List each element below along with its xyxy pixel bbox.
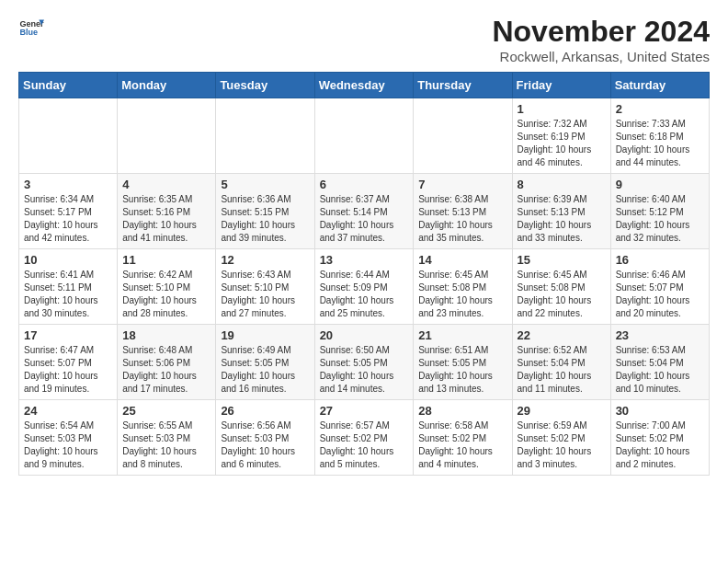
day-info: Sunrise: 6:43 AM Sunset: 5:10 PM Dayligh… bbox=[221, 269, 309, 320]
day-number: 3 bbox=[24, 178, 112, 191]
calendar-cell: 14Sunrise: 6:45 AM Sunset: 5:08 PM Dayli… bbox=[414, 249, 512, 325]
calendar-cell: 23Sunrise: 6:53 AM Sunset: 5:04 PM Dayli… bbox=[610, 325, 709, 400]
day-info: Sunrise: 6:57 AM Sunset: 5:02 PM Dayligh… bbox=[320, 419, 409, 471]
day-info: Sunrise: 6:47 AM Sunset: 5:07 PM Dayligh… bbox=[24, 344, 112, 396]
day-info: Sunrise: 6:35 AM Sunset: 5:16 PM Dayligh… bbox=[122, 193, 210, 245]
day-number: 21 bbox=[418, 328, 506, 342]
day-info: Sunrise: 6:36 AM Sunset: 5:15 PM Dayligh… bbox=[221, 193, 309, 245]
calendar-cell: 5Sunrise: 6:36 AM Sunset: 5:15 PM Daylig… bbox=[216, 174, 314, 249]
day-info: Sunrise: 6:45 AM Sunset: 5:08 PM Dayligh… bbox=[418, 269, 506, 320]
day-number: 18 bbox=[122, 328, 210, 342]
day-number: 30 bbox=[616, 404, 704, 418]
day-number: 1 bbox=[518, 102, 606, 116]
calendar-cell: 7Sunrise: 6:38 AM Sunset: 5:13 PM Daylig… bbox=[414, 174, 512, 249]
day-number: 15 bbox=[518, 253, 606, 267]
calendar-cell bbox=[19, 98, 118, 174]
weekday-header-monday: Monday bbox=[118, 73, 216, 98]
day-info: Sunrise: 6:39 AM Sunset: 5:13 PM Dayligh… bbox=[518, 193, 606, 245]
logo-icon: General Blue bbox=[18, 15, 44, 40]
calendar-cell bbox=[216, 98, 314, 174]
day-number: 24 bbox=[24, 404, 112, 418]
day-info: Sunrise: 6:53 AM Sunset: 5:04 PM Dayligh… bbox=[616, 344, 704, 396]
calendar-week-row: 10Sunrise: 6:41 AM Sunset: 5:11 PM Dayli… bbox=[19, 249, 710, 325]
weekday-header-row: SundayMondayTuesdayWednesdayThursdayFrid… bbox=[19, 73, 710, 98]
day-info: Sunrise: 6:44 AM Sunset: 5:09 PM Dayligh… bbox=[320, 269, 409, 320]
day-info: Sunrise: 6:59 AM Sunset: 5:02 PM Dayligh… bbox=[518, 419, 606, 471]
title-section: November 2024 Rockwell, Arkansas, United… bbox=[492, 15, 710, 64]
svg-text:Blue: Blue bbox=[19, 28, 38, 37]
calendar-cell: 2Sunrise: 7:33 AM Sunset: 6:18 PM Daylig… bbox=[610, 98, 709, 174]
day-number: 6 bbox=[320, 178, 409, 191]
day-info: Sunrise: 6:51 AM Sunset: 5:05 PM Dayligh… bbox=[418, 344, 506, 396]
calendar-cell: 13Sunrise: 6:44 AM Sunset: 5:09 PM Dayli… bbox=[314, 249, 414, 325]
weekday-header-tuesday: Tuesday bbox=[216, 73, 314, 98]
day-info: Sunrise: 6:38 AM Sunset: 5:13 PM Dayligh… bbox=[418, 193, 506, 245]
day-info: Sunrise: 6:46 AM Sunset: 5:07 PM Dayligh… bbox=[616, 269, 704, 320]
day-number: 8 bbox=[518, 178, 606, 191]
calendar-cell: 1Sunrise: 7:32 AM Sunset: 6:19 PM Daylig… bbox=[512, 98, 610, 174]
calendar-cell: 12Sunrise: 6:43 AM Sunset: 5:10 PM Dayli… bbox=[216, 249, 314, 325]
day-info: Sunrise: 7:32 AM Sunset: 6:19 PM Dayligh… bbox=[518, 118, 606, 169]
day-number: 26 bbox=[221, 404, 309, 418]
day-info: Sunrise: 6:48 AM Sunset: 5:06 PM Dayligh… bbox=[122, 344, 210, 396]
month-title: November 2024 bbox=[492, 15, 710, 49]
calendar-table: SundayMondayTuesdayWednesdayThursdayFrid… bbox=[18, 72, 710, 476]
calendar-cell: 9Sunrise: 6:40 AM Sunset: 5:12 PM Daylig… bbox=[610, 174, 709, 249]
day-number: 7 bbox=[418, 178, 506, 191]
day-number: 19 bbox=[221, 328, 309, 342]
calendar-cell: 29Sunrise: 6:59 AM Sunset: 5:02 PM Dayli… bbox=[512, 400, 610, 476]
day-info: Sunrise: 6:54 AM Sunset: 5:03 PM Dayligh… bbox=[24, 419, 112, 471]
weekday-header-thursday: Thursday bbox=[414, 73, 512, 98]
day-number: 12 bbox=[221, 253, 309, 267]
day-number: 23 bbox=[616, 328, 704, 342]
day-number: 10 bbox=[24, 253, 112, 267]
logo: General Blue bbox=[18, 15, 44, 40]
day-info: Sunrise: 6:52 AM Sunset: 5:04 PM Dayligh… bbox=[518, 344, 606, 396]
calendar-cell: 16Sunrise: 6:46 AM Sunset: 5:07 PM Dayli… bbox=[610, 249, 709, 325]
calendar-cell: 3Sunrise: 6:34 AM Sunset: 5:17 PM Daylig… bbox=[19, 174, 118, 249]
day-number: 28 bbox=[418, 404, 506, 418]
day-info: Sunrise: 7:33 AM Sunset: 6:18 PM Dayligh… bbox=[616, 118, 704, 169]
calendar-cell: 21Sunrise: 6:51 AM Sunset: 5:05 PM Dayli… bbox=[414, 325, 512, 400]
day-number: 9 bbox=[616, 178, 704, 191]
day-number: 27 bbox=[320, 404, 409, 418]
day-number: 5 bbox=[221, 178, 309, 191]
day-number: 13 bbox=[320, 253, 409, 267]
calendar-cell: 6Sunrise: 6:37 AM Sunset: 5:14 PM Daylig… bbox=[314, 174, 414, 249]
location-title: Rockwell, Arkansas, United States bbox=[492, 49, 710, 64]
calendar-cell: 27Sunrise: 6:57 AM Sunset: 5:02 PM Dayli… bbox=[314, 400, 414, 476]
calendar-week-row: 24Sunrise: 6:54 AM Sunset: 5:03 PM Dayli… bbox=[19, 400, 710, 476]
day-number: 20 bbox=[320, 328, 409, 342]
calendar-cell: 22Sunrise: 6:52 AM Sunset: 5:04 PM Dayli… bbox=[512, 325, 610, 400]
calendar-cell: 28Sunrise: 6:58 AM Sunset: 5:02 PM Dayli… bbox=[414, 400, 512, 476]
calendar-cell: 4Sunrise: 6:35 AM Sunset: 5:16 PM Daylig… bbox=[118, 174, 216, 249]
calendar-cell: 24Sunrise: 6:54 AM Sunset: 5:03 PM Dayli… bbox=[19, 400, 118, 476]
calendar-cell: 19Sunrise: 6:49 AM Sunset: 5:05 PM Dayli… bbox=[216, 325, 314, 400]
day-info: Sunrise: 6:41 AM Sunset: 5:11 PM Dayligh… bbox=[24, 269, 112, 320]
day-info: Sunrise: 6:45 AM Sunset: 5:08 PM Dayligh… bbox=[518, 269, 606, 320]
day-number: 29 bbox=[518, 404, 606, 418]
weekday-header-sunday: Sunday bbox=[19, 73, 118, 98]
day-info: Sunrise: 6:49 AM Sunset: 5:05 PM Dayligh… bbox=[221, 344, 309, 396]
day-info: Sunrise: 6:55 AM Sunset: 5:03 PM Dayligh… bbox=[122, 419, 210, 471]
calendar-cell: 10Sunrise: 6:41 AM Sunset: 5:11 PM Dayli… bbox=[19, 249, 118, 325]
weekday-header-wednesday: Wednesday bbox=[314, 73, 414, 98]
day-info: Sunrise: 6:56 AM Sunset: 5:03 PM Dayligh… bbox=[221, 419, 309, 471]
day-number: 25 bbox=[122, 404, 210, 418]
day-info: Sunrise: 6:37 AM Sunset: 5:14 PM Dayligh… bbox=[320, 193, 409, 245]
calendar-cell: 17Sunrise: 6:47 AM Sunset: 5:07 PM Dayli… bbox=[19, 325, 118, 400]
calendar-cell: 26Sunrise: 6:56 AM Sunset: 5:03 PM Dayli… bbox=[216, 400, 314, 476]
calendar-cell: 20Sunrise: 6:50 AM Sunset: 5:05 PM Dayli… bbox=[314, 325, 414, 400]
day-number: 4 bbox=[122, 178, 210, 191]
day-info: Sunrise: 7:00 AM Sunset: 5:02 PM Dayligh… bbox=[616, 419, 704, 471]
calendar-week-row: 17Sunrise: 6:47 AM Sunset: 5:07 PM Dayli… bbox=[19, 325, 710, 400]
day-info: Sunrise: 6:40 AM Sunset: 5:12 PM Dayligh… bbox=[616, 193, 704, 245]
calendar-cell: 15Sunrise: 6:45 AM Sunset: 5:08 PM Dayli… bbox=[512, 249, 610, 325]
day-number: 16 bbox=[616, 253, 704, 267]
calendar-cell bbox=[314, 98, 414, 174]
calendar-cell: 18Sunrise: 6:48 AM Sunset: 5:06 PM Dayli… bbox=[118, 325, 216, 400]
day-number: 2 bbox=[616, 102, 704, 116]
day-info: Sunrise: 6:34 AM Sunset: 5:17 PM Dayligh… bbox=[24, 193, 112, 245]
day-info: Sunrise: 6:50 AM Sunset: 5:05 PM Dayligh… bbox=[320, 344, 409, 396]
day-info: Sunrise: 6:42 AM Sunset: 5:10 PM Dayligh… bbox=[122, 269, 210, 320]
